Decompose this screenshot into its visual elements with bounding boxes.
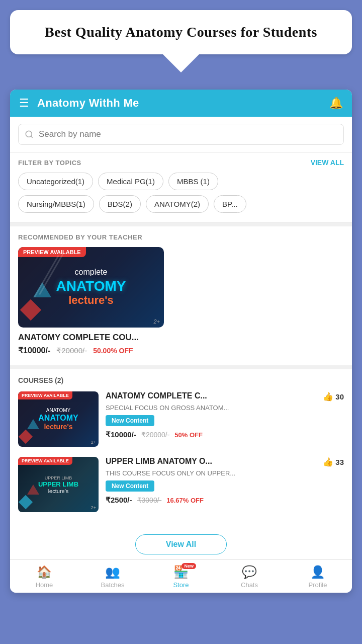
filter-tags-row-1: Uncategorized(1) Medical PG(1) MBBS (1) [18, 173, 344, 190]
courses-label: COURSES (2) [18, 376, 344, 384]
featured-discount: 50.00% OFF [93, 347, 133, 355]
nav-label-batches: Batches [101, 581, 125, 589]
course-info-1: ANATOMY COMPLETE C... 👍 30 SPECIAL FOCUS… [106, 391, 344, 439]
hamburger-icon[interactable]: ☰ [19, 97, 29, 110]
likes-badge-2: 👍 33 [323, 457, 344, 467]
filter-tag-anatomy[interactable]: ANATOMY(2) [146, 195, 209, 213]
featured-price-row: ₹10000/- ₹20000/- 50.00% OFF [18, 346, 344, 355]
new-content-badge-2: New Content [106, 480, 154, 492]
search-input[interactable] [18, 124, 344, 145]
nav-item-chats[interactable]: 💬 Chats [229, 565, 269, 589]
course-price-current-1: ₹10000/- [106, 430, 136, 439]
chats-icon: 💬 [242, 565, 257, 579]
filter-tags-row-2: Nursing/MBBS(1) BDS(2) ANATOMY(2) BP... [18, 195, 344, 213]
thumb-complete-text: complete [56, 268, 126, 277]
filter-tag-medicalpg[interactable]: Medical PG(1) [98, 173, 163, 190]
course-item-1[interactable]: PREVIEW AVAILABLE ANATOMY ANATOMY lectur… [18, 391, 344, 447]
batches-icon: 👥 [105, 565, 120, 579]
featured-course-card[interactable]: PREVIEW AVAILABLE complete ANATOMY lectu… [18, 247, 344, 358]
search-container [10, 117, 352, 152]
course-price-current-2: ₹2500/- [106, 496, 132, 505]
featured-price-current: ₹10000/- [18, 346, 50, 355]
nav-item-batches[interactable]: 👥 Batches [93, 565, 133, 589]
course-thumb-text-1: ANATOMY ANATOMY lecture's [38, 408, 78, 431]
preview-badge-1: PREVIEW AVAILABLE [18, 391, 72, 399]
course-desc-1: SPECIAL FOCUS ON GROSS ANATOM... [106, 404, 344, 412]
course-price-row-1: ₹10000/- ₹20000/- 50% OFF [106, 430, 344, 439]
deco-diamond-sm [19, 430, 33, 444]
recommended-section: RECOMMENDED BY YOUR TEACHER PREVIEW AVAI… [10, 226, 352, 365]
profile-icon: 👤 [310, 565, 325, 579]
new-content-badge-1: New Content [106, 415, 154, 426]
deco-triangle-sm2 [27, 485, 39, 495]
home-icon: 🏠 [37, 565, 52, 579]
filter-label: FILTER BY TOPICS [18, 159, 81, 167]
course-desc-2: THIS COURSE FOCUS ONLY ON UPPER... [106, 469, 344, 477]
filter-tag-bds[interactable]: BDS(2) [99, 195, 141, 213]
view-all-topics-button[interactable]: VIEW ALL [311, 158, 344, 167]
featured-price-original: ₹20000/- [56, 346, 87, 355]
bell-icon[interactable]: 🔔 [329, 97, 343, 110]
watermark-1: 2+ [91, 440, 96, 445]
thumbnail-text: complete ANATOMY lecture's [56, 268, 126, 307]
likes-badge-1: 👍 30 [323, 391, 344, 402]
speech-bubble: Best Quality Anatomy Courses for Student… [10, 10, 352, 54]
filter-header: FILTER BY TOPICS VIEW ALL [18, 158, 344, 167]
courses-section: COURSES (2) PREVIEW AVAILABLE ANATOMY AN… [10, 369, 352, 529]
deco-diamond-sm2 [19, 495, 33, 509]
thumbup-icon-1: 👍 [323, 391, 333, 402]
course-title-1: ANATOMY COMPLETE C... [106, 391, 319, 400]
thumbup-icon-2: 👍 [323, 457, 333, 467]
top-bar: ☰ Anatomy Withh Me 🔔 [10, 90, 352, 117]
course-title-row-1: ANATOMY COMPLETE C... 👍 30 [106, 391, 344, 402]
nav-label-store: Store [173, 581, 189, 589]
watermark: 2+ [153, 318, 160, 325]
likes-count-2: 33 [335, 458, 344, 466]
thumb-lectures-text: lecture's [56, 294, 126, 307]
course-price-original-2: ₹3000/- [137, 496, 162, 504]
filter-section: FILTER BY TOPICS VIEW ALL Uncategorized(… [10, 152, 352, 222]
watermark-2: 2+ [91, 505, 96, 510]
deco-diamond [20, 299, 41, 320]
course-title-row-2: UPPER LIMB ANATOMY O... 👍 33 [106, 457, 344, 467]
store-new-dot: New [182, 563, 196, 569]
nav-item-home[interactable]: 🏠 Home [24, 565, 64, 589]
course-price-row-2: ₹2500/- ₹3000/- 16.67% OFF [106, 496, 344, 505]
featured-thumbnail: PREVIEW AVAILABLE complete ANATOMY lectu… [18, 247, 164, 328]
featured-info: ANATOMY COMPLETE COU... ₹10000/- ₹20000/… [18, 328, 344, 358]
preview-badge-large: PREVIEW AVAILABLE [18, 247, 86, 257]
bottom-nav: 🏠 Home 👥 Batches New 🏪 Store 💬 Chats 👤 P… [10, 559, 352, 593]
nav-item-store[interactable]: New 🏪 Store [161, 565, 201, 589]
speech-bubble-title: Best Quality Anatomy Courses for Student… [26, 24, 336, 40]
course-price-original-1: ₹20000/- [141, 431, 169, 439]
course-title-2: UPPER LIMB ANATOMY O... [106, 457, 319, 466]
filter-tag-mbbs[interactable]: MBBS (1) [168, 173, 218, 190]
filter-tag-bp[interactable]: BP... [214, 195, 246, 213]
recommended-label: RECOMMENDED BY YOUR TEACHER [18, 233, 344, 241]
app-title: Anatomy Withh Me [37, 97, 321, 110]
view-all-courses-button[interactable]: View All [135, 534, 227, 554]
thumb-anatomy-text: ANATOMY [56, 279, 126, 294]
course-item-2[interactable]: PREVIEW AVAILABLE UPPER LIMB UPPER LIMB … [18, 457, 344, 512]
nav-label-chats: Chats [241, 581, 258, 589]
course-thumbnail-2: PREVIEW AVAILABLE UPPER LIMB UPPER LIMB … [18, 457, 99, 512]
filter-tag-nursing[interactable]: Nursing/MBBS(1) [18, 195, 94, 213]
view-all-section: View All [10, 529, 352, 559]
course-discount-1: 50% OFF [174, 431, 203, 439]
nav-label-profile: Profile [309, 581, 327, 589]
course-thumb-text-2: UPPER LIMB UPPER LIMB lecture's [38, 475, 78, 494]
course-discount-2: 16.67% OFF [166, 497, 204, 504]
course-thumbnail-1: PREVIEW AVAILABLE ANATOMY ANATOMY lectur… [18, 391, 99, 447]
nav-label-home: Home [36, 581, 53, 589]
filter-tag-uncategorized[interactable]: Uncategorized(1) [18, 173, 93, 190]
deco-triangle-sm [27, 419, 39, 429]
course-info-2: UPPER LIMB ANATOMY O... 👍 33 THIS COURSE… [106, 457, 344, 505]
featured-title: ANATOMY COMPLETE COU... [18, 333, 344, 343]
nav-item-profile[interactable]: 👤 Profile [298, 565, 338, 589]
likes-count-1: 30 [335, 392, 344, 401]
preview-badge-2: PREVIEW AVAILABLE [18, 457, 72, 465]
app-container: ☰ Anatomy Withh Me 🔔 FILTER BY TOPICS VI… [10, 90, 352, 593]
